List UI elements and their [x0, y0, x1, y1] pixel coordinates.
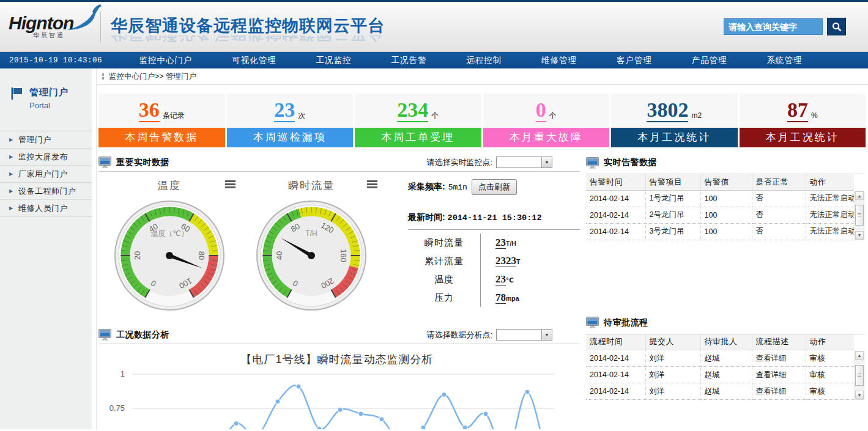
- stat-unit: %: [811, 111, 818, 120]
- table-scrollbar[interactable]: ▲ ▼: [855, 191, 864, 240]
- stat-card: 234 个 本周工单受理: [355, 94, 481, 147]
- stat-value[interactable]: 0: [536, 100, 546, 122]
- analysis-section-header: 工况数据分析 请选择数据分析点: ▼: [98, 326, 580, 344]
- flow-gauge: 04080120160200T/H: [253, 197, 369, 314]
- table-cell: 查看详细: [752, 367, 806, 383]
- section-title: 工况数据分析: [116, 330, 169, 341]
- table-cell: 100: [700, 207, 752, 223]
- table-cell: 否: [752, 190, 806, 207]
- readout-unit: T: [516, 258, 520, 265]
- table-cell: 赵城: [700, 383, 752, 400]
- stat-value[interactable]: 36: [139, 100, 160, 122]
- column-header: 流程描述: [752, 334, 806, 350]
- column-header: 是否正常: [752, 174, 806, 190]
- flag-icon: [10, 87, 23, 100]
- stat-unit: m2: [691, 111, 702, 120]
- table-scrollbar[interactable]: ▲ ▼: [855, 351, 864, 400]
- nav-item[interactable]: 维修管理: [541, 55, 577, 66]
- select-dropdown-icon[interactable]: ▼: [541, 330, 552, 340]
- sidebar-item[interactable]: ▶ 维修人员门户: [0, 199, 92, 216]
- nav-item[interactable]: 监控中心门户: [139, 55, 192, 66]
- gauge-title: 瞬时流量: [288, 179, 335, 193]
- analysis-select-label: 请选择数据分析点:: [426, 330, 492, 341]
- readout-value-cell: 2323T: [480, 252, 561, 270]
- latest-time-value: 2014-11-21 15:30:12: [448, 213, 542, 223]
- page-title-reflection: 华辰智通设备远程监控物联网云平台: [111, 35, 385, 45]
- approval-table-wrap: 流程时间提交人待审批人流程描述动作 2014-02-14 刘洋 赵城 查看详: [586, 334, 864, 400]
- portal-header: 管理门户 Portal: [0, 68, 92, 110]
- scroll-up-icon[interactable]: ▲: [855, 191, 864, 200]
- freq-label: 采集频率:: [408, 182, 445, 193]
- nav-item[interactable]: 系统管理: [767, 55, 803, 66]
- readout-value[interactable]: 78: [495, 292, 506, 304]
- readout-label: 压力: [408, 289, 480, 307]
- table-cell: 赵城: [700, 367, 752, 383]
- breadcrumb-row: 监控中心门户>> 管理门户: [97, 68, 868, 85]
- svg-text:T/H: T/H: [305, 229, 317, 238]
- stat-card: 36 条记录 本周告警数据: [98, 94, 225, 147]
- sidebar: 管理门户 Portal ▶ 管理门户 ▶ 监控大屏发布: [0, 68, 92, 429]
- scroll-down-icon[interactable]: ▼: [855, 231, 864, 240]
- svg-text:1: 1: [121, 369, 125, 378]
- gauge-title: 温度: [158, 179, 181, 193]
- nav-item[interactable]: 可视化管理: [232, 55, 276, 66]
- svg-text:160: 160: [339, 249, 348, 262]
- table-cell: 无法正常启动: [806, 207, 854, 223]
- table-cell: 刘洋: [645, 350, 700, 367]
- sidebar-item[interactable]: ▶ 监控大屏发布: [0, 148, 92, 165]
- table-cell: 100: [700, 190, 752, 207]
- stat-card: 23 次 本周巡检漏项: [227, 94, 354, 147]
- column-header: 告警时间: [586, 174, 645, 190]
- sidebar-item[interactable]: ▶ 厂家用户门户: [0, 165, 92, 182]
- table-row: 2014-02-14 刘洋 赵城 查看详细 审核: [586, 367, 854, 383]
- gauges-row: 温度 020406080100温度（℃） 瞬时流量 04080120160200…: [98, 173, 580, 316]
- refresh-button[interactable]: 点击刷新: [472, 179, 517, 195]
- scrollbar-thumb[interactable]: [855, 365, 864, 386]
- svg-text:20: 20: [133, 251, 142, 260]
- table-row: 2014-02-14 2号龙门吊 100 否 无法正常启动: [586, 207, 854, 223]
- select-dropdown-icon[interactable]: ▼: [541, 157, 552, 168]
- app-header: Hignton 华辰智通 华辰智通设备远程监控物联网云平台 华辰智通设备远程监控…: [0, 0, 868, 52]
- stat-label: 本月重大故障: [483, 128, 610, 147]
- approval-table: 流程时间提交人待审批人流程描述动作 2014-02-14 刘洋 赵城 查看详: [586, 334, 854, 400]
- search-input[interactable]: [724, 18, 823, 35]
- analysis-point-select[interactable]: ▼: [496, 329, 552, 341]
- table-cell: 查看详细: [752, 350, 806, 367]
- table-cell: 无法正常启动: [806, 190, 854, 207]
- page-title: 华辰智通设备远程监控物联网云平台: [111, 17, 385, 35]
- table-cell: 审核: [806, 367, 854, 383]
- stat-value[interactable]: 87: [787, 100, 808, 122]
- sidebar-item[interactable]: ▶ 管理门户: [0, 131, 92, 148]
- stat-card: 3802 m2 本月工况统计: [611, 94, 738, 147]
- breadcrumb[interactable]: 监控中心门户>> 管理门户: [109, 72, 196, 82]
- page: Hignton 华辰智通 华辰智通设备远程监控物联网云平台 华辰智通设备远程监控…: [0, 0, 868, 431]
- scroll-up-icon[interactable]: ▲: [855, 352, 864, 360]
- nav-item[interactable]: 远程控制: [466, 55, 502, 66]
- monitor-point-select[interactable]: ▼: [496, 157, 552, 168]
- sidebar-item[interactable]: ▶ 设备工程师门户: [0, 182, 92, 199]
- stat-value[interactable]: 3802: [647, 100, 688, 122]
- analysis-section: 工况数据分析 请选择数据分析点: ▼ 【电厂1号线】瞬时流量动态监测分析 10.…: [98, 326, 580, 429]
- title-wrap: 华辰智通设备远程监控物联网云平台 华辰智通设备远程监控物联网云平台: [111, 17, 385, 45]
- readout-value[interactable]: 2323: [495, 255, 516, 267]
- stat-label: 本周告警数据: [98, 128, 225, 147]
- stat-value[interactable]: 23: [274, 100, 295, 122]
- scroll-down-icon[interactable]: ▼: [855, 391, 864, 399]
- scrollbar-thumb[interactable]: [855, 205, 864, 226]
- sidebar-item-label: 管理门户: [18, 135, 51, 144]
- table-cell: 2014-02-14: [586, 383, 645, 400]
- stat-value[interactable]: 234: [397, 100, 428, 122]
- freq-value: 5min: [448, 183, 467, 192]
- nav-item[interactable]: 工况告警: [391, 55, 426, 66]
- nav-item[interactable]: 客户管理: [617, 55, 652, 66]
- table-row: 2014-02-14 刘洋 赵城 查看详细 审核: [586, 350, 854, 367]
- nav-item[interactable]: 工况监控: [316, 55, 352, 66]
- sidebar-item-label: 设备工程师门户: [18, 186, 76, 196]
- readout-value[interactable]: 23: [495, 237, 506, 249]
- hamburger-menu-icon[interactable]: [367, 180, 377, 190]
- hamburger-menu-icon[interactable]: [225, 180, 236, 190]
- readout-value[interactable]: 23: [495, 273, 506, 285]
- search-button[interactable]: [827, 18, 846, 35]
- nav-item[interactable]: 产品管理: [692, 55, 727, 66]
- stat-card-top: 87 %: [740, 94, 866, 128]
